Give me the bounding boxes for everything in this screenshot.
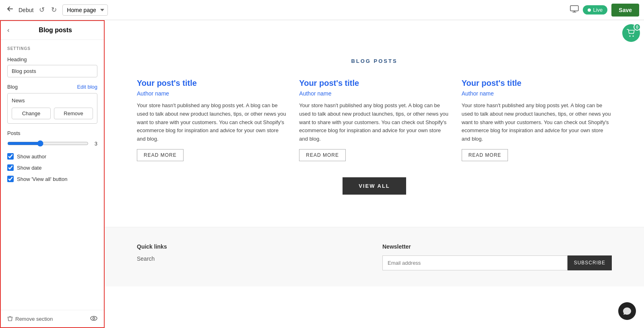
post-body-1: Your store hasn't published any blog pos… bbox=[299, 102, 449, 143]
blog-name: News bbox=[12, 98, 93, 104]
post-card: Your post's title Author name Your store… bbox=[462, 79, 612, 161]
show-author-row: Show author bbox=[7, 153, 97, 160]
heading-field-group: Heading bbox=[7, 56, 97, 77]
live-label: Live bbox=[593, 7, 603, 13]
read-more-button-1[interactable]: READ MORE bbox=[299, 149, 346, 161]
cart-badge: 0 bbox=[634, 23, 641, 31]
back-button[interactable]: ‹ bbox=[7, 27, 9, 34]
post-body-2: Your store hasn't published any blog pos… bbox=[462, 102, 612, 143]
newsletter-input-row: SUBSCRIBE bbox=[382, 255, 612, 270]
show-author-checkbox[interactable] bbox=[7, 153, 14, 160]
blog-row: Blog Edit blog bbox=[7, 84, 97, 90]
page-select[interactable]: Home page About Contact bbox=[62, 4, 108, 16]
svg-point-3 bbox=[93, 318, 95, 320]
settings-label: SETTINGS bbox=[7, 46, 97, 51]
eye-button[interactable] bbox=[90, 315, 97, 322]
blog-field-label: Blog bbox=[7, 84, 18, 90]
sidebar-scroll: SETTINGS Heading Blog Edit blog News Cha… bbox=[1, 40, 104, 310]
blog-box: News Change Remove bbox=[7, 93, 97, 124]
undo-button[interactable]: ↺ bbox=[37, 4, 47, 16]
svg-point-5 bbox=[633, 35, 634, 37]
footer-quick-links: Quick links Search bbox=[137, 243, 366, 270]
view-all-row: VIEW ALL bbox=[137, 177, 612, 195]
svg-point-2 bbox=[91, 316, 97, 320]
main-layout: ‹ Blog posts SETTINGS Heading Blog Edit … bbox=[0, 20, 644, 328]
show-view-all-row: Show 'View all' button bbox=[7, 176, 97, 182]
show-date-row: Show date bbox=[7, 164, 97, 171]
remove-blog-button[interactable]: Remove bbox=[54, 108, 93, 119]
newsletter-title: Newsletter bbox=[382, 243, 612, 250]
live-badge: Live bbox=[583, 5, 607, 15]
posts-grid: Your post's title Author name Your store… bbox=[137, 79, 612, 161]
posts-section: Posts 3 bbox=[7, 130, 97, 147]
email-input[interactable] bbox=[382, 255, 568, 270]
post-card: Your post's title Author name Your store… bbox=[137, 79, 287, 161]
posts-slider[interactable] bbox=[7, 140, 89, 147]
show-view-all-checkbox[interactable] bbox=[7, 176, 14, 182]
post-author-1: Author name bbox=[299, 90, 449, 97]
posts-slider-row: 3 bbox=[7, 140, 97, 147]
remove-section-button[interactable]: Remove section bbox=[7, 316, 53, 322]
sidebar: ‹ Blog posts SETTINGS Heading Blog Edit … bbox=[0, 20, 105, 328]
sidebar-header: ‹ Blog posts bbox=[1, 21, 104, 40]
save-button[interactable]: Save bbox=[611, 4, 639, 17]
remove-section-label: Remove section bbox=[15, 316, 53, 322]
preview-area: 0 BLOG POSTS Your post's title Author na… bbox=[105, 20, 644, 328]
post-title-2: Your post's title bbox=[462, 79, 612, 88]
blog-posts-preview: BLOG POSTS Your post's title Author name… bbox=[105, 42, 644, 227]
cart-corner: 0 bbox=[105, 20, 644, 42]
redo-button[interactable]: ↻ bbox=[49, 4, 59, 16]
post-title-1: Your post's title bbox=[299, 79, 449, 88]
sidebar-footer: Remove section bbox=[1, 310, 104, 327]
heading-label: Heading bbox=[7, 56, 97, 62]
preview-footer: Quick links Search Newsletter SUBSCRIBE bbox=[105, 227, 644, 286]
footer-grid: Quick links Search Newsletter SUBSCRIBE bbox=[137, 243, 612, 270]
change-blog-button[interactable]: Change bbox=[12, 108, 51, 119]
read-more-button-0[interactable]: READ MORE bbox=[137, 149, 184, 161]
view-all-button[interactable]: VIEW ALL bbox=[343, 177, 406, 195]
show-date-label: Show date bbox=[17, 165, 41, 171]
show-date-checkbox[interactable] bbox=[7, 164, 14, 171]
post-card: Your post's title Author name Your store… bbox=[299, 79, 449, 161]
cart-button[interactable]: 0 bbox=[622, 24, 640, 42]
blog-field-group: Blog Edit blog News Change Remove bbox=[7, 84, 97, 124]
svg-point-4 bbox=[630, 35, 631, 37]
footer-newsletter: Newsletter SUBSCRIBE bbox=[382, 243, 612, 270]
chat-bubble[interactable] bbox=[618, 302, 636, 320]
show-view-all-label: Show 'View all' button bbox=[17, 176, 67, 182]
store-name: Debut bbox=[19, 7, 33, 13]
post-author-0: Author name bbox=[137, 90, 287, 97]
topbar-right: Live Save bbox=[570, 4, 639, 17]
monitor-icon[interactable] bbox=[570, 5, 579, 15]
post-body-0: Your store hasn't published any blog pos… bbox=[137, 102, 287, 143]
exit-button[interactable] bbox=[5, 4, 15, 16]
posts-count: 3 bbox=[92, 141, 97, 147]
section-heading: BLOG POSTS bbox=[137, 58, 612, 64]
post-title-0: Your post's title bbox=[137, 79, 287, 88]
topbar-left: Debut ↺ ↻ Home page About Contact bbox=[5, 4, 108, 16]
search-link[interactable]: Search bbox=[137, 255, 366, 262]
blog-box-buttons: Change Remove bbox=[12, 108, 93, 119]
subscribe-button[interactable]: SUBSCRIBE bbox=[568, 255, 612, 270]
show-author-label: Show author bbox=[17, 154, 46, 160]
heading-input[interactable] bbox=[7, 65, 97, 77]
sidebar-title: Blog posts bbox=[13, 27, 97, 34]
quick-links-title: Quick links bbox=[137, 243, 366, 250]
edit-blog-link[interactable]: Edit blog bbox=[77, 84, 97, 90]
read-more-button-2[interactable]: READ MORE bbox=[462, 149, 508, 161]
undo-redo-group: ↺ ↻ bbox=[37, 4, 59, 16]
topbar: Debut ↺ ↻ Home page About Contact Live S… bbox=[0, 0, 644, 20]
post-author-2: Author name bbox=[462, 90, 612, 97]
posts-label: Posts bbox=[7, 130, 97, 136]
live-dot bbox=[588, 8, 591, 12]
svg-rect-1 bbox=[570, 6, 578, 11]
